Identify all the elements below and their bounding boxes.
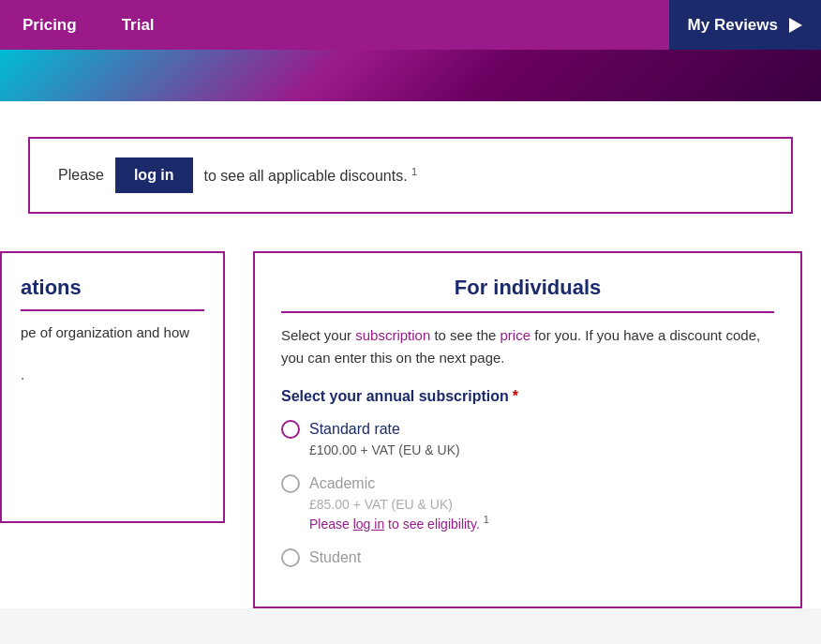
login-suffix-text: to see all applicable discounts. 1 — [204, 166, 418, 185]
radio-price-standard: £100.00 + VAT (EU & UK) — [309, 442, 774, 457]
radio-label-standard: Standard rate — [309, 421, 400, 438]
right-card: For individuals Select your subscription… — [253, 251, 802, 608]
radio-academic[interactable] — [281, 474, 300, 493]
main-content: Please log in to see all applicable disc… — [0, 101, 821, 608]
select-label: Select your annual subscription* — [281, 388, 774, 405]
login-button[interactable]: log in — [115, 157, 193, 193]
radio-option-academic: Academic £85.00 + VAT (EU & UK) Please l… — [281, 474, 774, 532]
top-nav: Pricing Trial My Reviews — [0, 0, 821, 50]
cards-section: ations pe of organization and how . For … — [0, 232, 821, 608]
radio-label-academic: Academic — [309, 475, 375, 492]
nav-right: My Reviews — [669, 0, 821, 50]
price-link[interactable]: price — [500, 327, 530, 343]
radio-price-academic: £85.00 + VAT (EU & UK) — [309, 497, 774, 512]
academic-login-message: Please log in to see eligibility. 1 — [309, 514, 774, 532]
my-reviews-label: My Reviews — [688, 16, 778, 35]
left-card: ations pe of organization and how . — [0, 251, 225, 523]
radio-row-standard[interactable]: Standard rate — [281, 420, 774, 439]
my-reviews-button[interactable]: My Reviews — [669, 0, 821, 50]
footnote-academic: 1 — [484, 514, 489, 525]
radio-row-student[interactable]: Student — [281, 548, 774, 567]
right-card-title: For individuals — [281, 276, 774, 313]
radio-option-standard: Standard rate £100.00 + VAT (EU & UK) — [281, 420, 774, 457]
nav-left: Pricing Trial — [0, 0, 177, 50]
radio-standard[interactable] — [281, 420, 300, 439]
right-card-description: Select your subscription to see the pric… — [281, 324, 774, 369]
please-text: Please — [58, 167, 104, 184]
academic-login-link[interactable]: log in — [353, 517, 384, 532]
radio-row-academic[interactable]: Academic — [281, 474, 774, 493]
radio-option-student: Student — [281, 548, 774, 567]
banner-image — [0, 50, 821, 101]
left-card-body: pe of organization and how . — [21, 322, 204, 386]
nav-tab-pricing[interactable]: Pricing — [0, 0, 99, 50]
radio-label-student: Student — [309, 549, 361, 566]
nav-tab-trial[interactable]: Trial — [99, 0, 177, 50]
left-card-title: ations — [21, 276, 204, 311]
play-icon — [789, 18, 802, 33]
subscription-link[interactable]: subscription — [355, 327, 430, 343]
radio-student[interactable] — [281, 548, 300, 567]
login-notice: Please log in to see all applicable disc… — [28, 137, 793, 214]
footnote-1: 1 — [411, 166, 417, 177]
